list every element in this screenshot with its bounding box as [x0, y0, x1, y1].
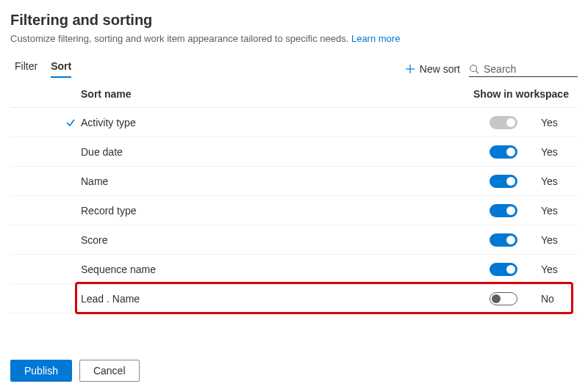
footer-actions: Publish Cancel	[10, 360, 140, 382]
search-icon	[469, 64, 479, 74]
tabs: Filter Sort	[15, 60, 71, 78]
cancel-button[interactable]: Cancel	[79, 360, 140, 382]
row-name: Lead . Name	[81, 293, 490, 305]
row-name: Due date	[81, 146, 490, 158]
table-row[interactable]: Record typeYes	[10, 196, 578, 225]
toggle-label: Yes	[541, 146, 569, 158]
row-name: Sequence name	[81, 264, 490, 275]
row-name: Name	[81, 175, 490, 187]
toggle-label: Yes	[541, 234, 569, 246]
toggle-label: Yes	[541, 117, 569, 128]
row-check-cell	[63, 117, 78, 128]
new-sort-label: New sort	[420, 63, 460, 75]
table-row[interactable]: Sequence nameYes	[10, 255, 578, 284]
row-toggle-cell	[490, 145, 541, 159]
table-row[interactable]: Activity typeYes	[10, 108, 578, 137]
row-toggle-cell	[490, 263, 541, 276]
publish-button[interactable]: Publish	[10, 360, 72, 382]
plus-icon	[405, 64, 415, 74]
learn-more-link[interactable]: Learn more	[351, 33, 400, 44]
row-toggle-cell	[490, 292, 541, 305]
show-in-workspace-toggle[interactable]	[490, 263, 517, 276]
toolbar: Filter Sort New sort	[10, 60, 578, 78]
tab-filter[interactable]: Filter	[15, 60, 37, 78]
subtitle-text: Customize filtering, sorting and work it…	[10, 33, 348, 44]
show-in-workspace-toggle[interactable]	[490, 204, 517, 217]
toggle-label: Yes	[541, 264, 569, 275]
check-icon	[65, 117, 76, 128]
row-toggle-cell	[490, 233, 541, 247]
table-row[interactable]: Due dateYes	[10, 137, 578, 167]
toggle-label: Yes	[541, 175, 569, 187]
page-title: Filtering and sorting	[10, 12, 578, 29]
toggle-label: No	[541, 293, 569, 305]
row-toggle-cell	[490, 175, 541, 188]
table-header: Sort name Show in workspace	[10, 88, 578, 108]
row-name: Record type	[81, 205, 490, 217]
table-row[interactable]: NameYes	[10, 167, 578, 196]
new-sort-button[interactable]: New sort	[405, 63, 460, 75]
search-input[interactable]	[484, 63, 564, 75]
row-name: Activity type	[81, 117, 490, 128]
svg-point-2	[470, 65, 477, 71]
column-header-name[interactable]: Sort name	[81, 88, 473, 100]
toggle-label: Yes	[541, 205, 569, 217]
svg-line-3	[476, 70, 479, 73]
page-subtitle: Customize filtering, sorting and work it…	[10, 33, 578, 44]
row-toggle-cell	[490, 204, 541, 217]
show-in-workspace-toggle[interactable]	[490, 233, 517, 247]
search-box[interactable]	[469, 62, 578, 77]
show-in-workspace-toggle	[490, 116, 517, 129]
show-in-workspace-toggle[interactable]	[490, 175, 517, 188]
show-in-workspace-toggle[interactable]	[490, 292, 517, 305]
show-in-workspace-toggle[interactable]	[490, 145, 517, 159]
table-row[interactable]: ScoreYes	[10, 225, 578, 255]
column-header-show[interactable]: Show in workspace	[473, 88, 569, 100]
row-name: Score	[81, 234, 490, 246]
row-toggle-cell	[490, 116, 541, 129]
sort-table: Sort name Show in workspace Activity typ…	[10, 88, 578, 313]
tab-sort[interactable]: Sort	[51, 60, 71, 78]
table-row[interactable]: Lead . NameNo	[10, 284, 578, 313]
